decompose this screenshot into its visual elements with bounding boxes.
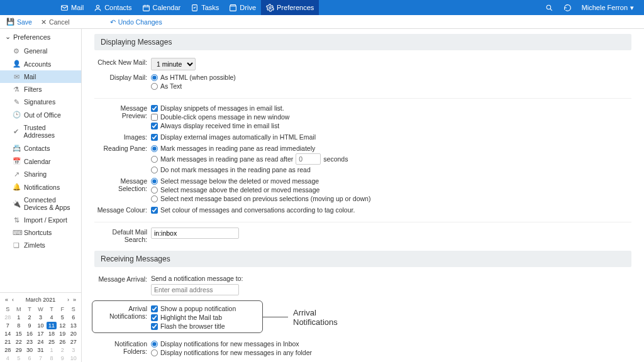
save-button[interactable]: 💾Save [6,18,32,26]
cal-next-month[interactable]: › [66,297,70,303]
cal-day[interactable]: 19 [57,330,67,337]
check-tag-colour[interactable] [151,207,158,214]
cal-day[interactable]: 26 [57,338,67,346]
cal-day[interactable]: 23 [25,338,35,346]
svg-point-1 [97,5,99,8]
input-default-search[interactable] [151,228,239,239]
cal-day[interactable]: 10 [69,354,79,362]
radio-select-below[interactable] [151,178,158,185]
cal-day[interactable]: 1 [47,346,57,354]
radio-notify-any[interactable] [151,349,158,356]
cal-day[interactable]: 2 [57,346,67,354]
check-snippets[interactable] [151,105,158,112]
sidebar-item-zimlets[interactable]: ❏Zimlets [0,239,81,251]
prefs-tree-header[interactable]: ⌄ Preferences [0,29,81,45]
cal-day[interactable]: 5 [13,354,23,362]
cal-day[interactable]: 9 [25,322,35,329]
cal-day[interactable]: 13 [69,322,79,329]
cal-day[interactable]: 30 [25,346,35,354]
cal-day[interactable]: 3 [35,314,45,321]
sidebar-item-mail[interactable]: ✉Mail [0,70,81,83]
cal-prev-month[interactable]: ‹ [11,297,15,303]
cal-next-year[interactable]: » [72,297,77,303]
cal-day[interactable]: 2 [25,314,35,321]
cal-day[interactable]: 14 [3,330,13,337]
cal-day[interactable]: 18 [47,330,57,337]
cal-day[interactable]: 1 [13,314,23,321]
cal-day[interactable]: 4 [3,354,13,362]
cal-day[interactable]: 25 [47,338,57,346]
search-icon[interactable] [540,4,558,12]
undo-icon: ↶ [110,18,116,26]
radio-select-above[interactable] [151,187,158,194]
cal-day[interactable]: 22 [13,338,23,346]
nav-drive[interactable]: Drive [224,0,261,15]
undo-button[interactable]: ↶Undo Changes [110,18,162,26]
radio-select-previous[interactable] [151,195,158,202]
cal-day[interactable]: 28 [3,346,13,354]
select-check-new-mail[interactable]: 1 minute [151,58,196,70]
cal-day[interactable]: 3 [69,346,79,354]
nav-preferences[interactable]: Preferences [261,0,319,15]
check-dblclick-window[interactable] [151,114,158,121]
cal-day[interactable]: 8 [47,354,57,362]
nav-tasks[interactable]: Tasks [186,0,224,15]
sidebar-item-connected-devices-apps[interactable]: 🔌Connected Devices & Apps [0,194,81,214]
cal-prev-year[interactable]: « [4,297,9,303]
cal-day[interactable]: 6 [69,314,79,321]
cal-day[interactable]: 12 [57,322,67,329]
cal-day[interactable]: 5 [57,314,67,321]
sidebar-item-accounts[interactable]: 👤Accounts [0,57,81,70]
cal-day[interactable]: 21 [3,338,13,346]
sidebar-item-general[interactable]: ⚙General [0,45,81,57]
radio-no-mark-read[interactable] [151,167,158,173]
cal-dow: W [35,305,45,313]
cal-day[interactable]: 27 [69,338,79,346]
check-highlight-tab[interactable] [151,314,158,321]
cal-day[interactable]: 7 [35,354,45,362]
input-read-seconds[interactable] [296,153,321,165]
cal-day[interactable]: 29 [13,346,23,354]
check-flash-title[interactable] [151,323,158,330]
check-popup-notification[interactable] [151,305,158,312]
refresh-icon[interactable] [558,4,577,12]
cal-day[interactable]: 8 [13,322,23,329]
nav-calendar[interactable]: Calendar [137,0,186,15]
sidebar-item-trusted-addresses[interactable]: ✔Trusted Addresses [0,121,81,141]
input-arrival-email[interactable] [151,284,239,295]
check-show-time[interactable] [151,123,158,129]
cal-day[interactable]: 28 [3,314,13,321]
cal-day[interactable]: 16 [25,330,35,337]
cal-day[interactable]: 9 [57,354,67,362]
cal-day[interactable]: 4 [47,314,57,321]
radio-read-immediate[interactable] [151,145,158,152]
sidebar-item-out-of-office[interactable]: 🕒Out of Office [0,108,81,121]
sidebar-item-filters[interactable]: ⚗Filters [0,83,81,96]
sidebar-item-contacts[interactable]: 📇Contacts [0,141,81,155]
radio-read-after[interactable] [151,156,158,163]
cal-day[interactable]: 24 [35,338,45,346]
nav-contacts[interactable]: Contacts [89,0,136,15]
cal-day[interactable]: 17 [35,330,45,337]
sidebar-item-import-export[interactable]: ⇅Import / Export [0,214,81,226]
nav-mail[interactable]: Mail [55,0,89,15]
cal-day[interactable]: 15 [13,330,23,337]
cal-day[interactable]: 7 [3,322,13,329]
sidebar-item-calendar[interactable]: 📅Calendar [0,155,81,168]
radio-display-html[interactable] [151,74,158,81]
cancel-button[interactable]: ✕Cancel [41,18,70,26]
radio-notify-inbox[interactable] [151,341,158,348]
sidebar-item-sharing[interactable]: ↗Sharing [0,168,81,180]
cal-day[interactable]: 31 [35,346,45,354]
cal-day[interactable]: 6 [25,354,35,362]
sidebar-item-shortcuts[interactable]: ⌨Shortcuts [0,226,81,239]
sidebar-item-notifications[interactable]: 🔔Notifications [0,180,81,194]
sidebar-icon: ⌨ [13,229,20,236]
radio-display-text[interactable] [151,83,158,90]
cal-day[interactable]: 10 [35,322,45,329]
check-external-images[interactable] [151,134,158,141]
cal-day[interactable]: 11 [47,322,57,329]
sidebar-item-signatures[interactable]: ✎Signatures [0,96,81,108]
user-menu[interactable]: Michele Ferron ▾ [577,4,639,12]
cal-day[interactable]: 20 [69,330,79,337]
